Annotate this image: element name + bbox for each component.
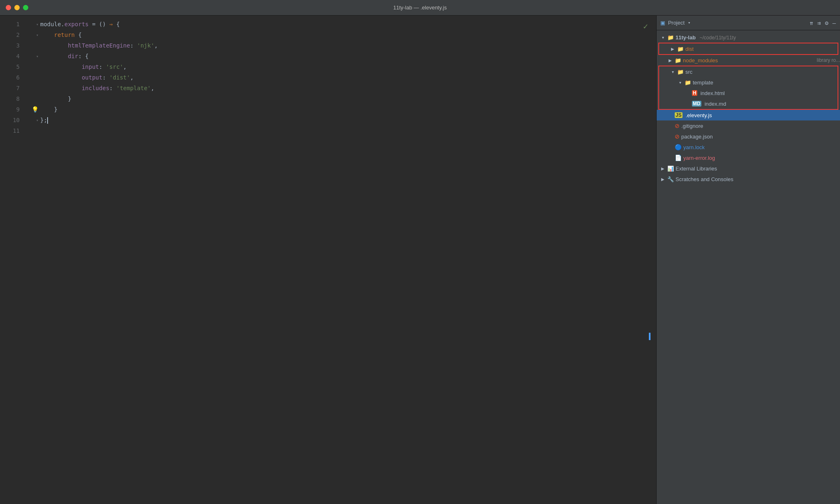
close-button[interactable] xyxy=(6,5,11,10)
code-line-10: ▾ }; xyxy=(28,115,656,125)
yarn-error-label: yarn-error.log xyxy=(683,155,840,161)
template-folder-icon: 📁 xyxy=(685,79,691,86)
gutter-9: 💡 xyxy=(28,106,40,113)
red-box-dist: ▶ 📁 dist xyxy=(658,43,838,55)
chevron-dist: ▶ xyxy=(670,47,676,51)
fold-icon-10[interactable]: ▾ xyxy=(36,118,39,123)
maximize-button[interactable] xyxy=(23,5,28,10)
main-layout: 1 2 3 4 5 6 7 8 9 10 11 ✓ xyxy=(0,16,840,504)
code-line-2: ▾ ····return { xyxy=(28,30,656,40)
html-file-icon: H xyxy=(692,90,697,96)
chevron-ext: ▶ xyxy=(660,166,666,171)
line-5-text: ············input: 'src', xyxy=(40,61,656,72)
line-num-9: 9 xyxy=(0,104,20,115)
code-line-7: ············includes: 'template', xyxy=(28,83,656,93)
settings-gear-icon[interactable]: ⚙ xyxy=(825,20,828,26)
tree-item-src[interactable]: ▾ 📁 src xyxy=(659,66,838,77)
tree-item-eleventy[interactable]: ▶ JS .eleventy.js xyxy=(657,110,840,120)
gitignore-label: .gitignore xyxy=(681,123,840,129)
tree-item-yarn-lock[interactable]: ▶ 🔵 yarn.lock xyxy=(657,142,840,152)
tree-item-scratches[interactable]: ▶ 🔧 Scratches and Consoles xyxy=(657,174,840,184)
chevron-root: ▾ xyxy=(660,35,666,40)
tree-item-node-modules[interactable]: ▶ 📁 node_modules library ro... xyxy=(657,55,840,66)
chevron-src: ▾ xyxy=(670,70,676,74)
gutter-4: ▾ xyxy=(28,54,40,59)
index-html-label: index.html xyxy=(701,90,838,96)
project-dropdown-chevron[interactable]: ▾ xyxy=(688,20,691,25)
nm-folder-icon: 📁 xyxy=(675,57,681,64)
line-8-text: ········} xyxy=(40,93,656,104)
yarn-lock-label: yarn.lock xyxy=(683,144,840,150)
js-file-icon: JS xyxy=(675,112,682,118)
line-num-2: 2 xyxy=(0,30,20,40)
tree-item-yarn-error[interactable]: ▶ 📄 yarn-error.log xyxy=(657,152,840,163)
gutter-1: ▾ xyxy=(28,22,40,27)
root-label: 11ty-lab ~/code/11ty/11ty xyxy=(676,34,840,41)
index-md-label: index.md xyxy=(705,101,838,107)
nm-label: node_modules xyxy=(683,57,813,64)
code-line-9: 💡 ····} xyxy=(28,104,656,115)
fold-icon-1[interactable]: ▾ xyxy=(36,22,39,27)
tree-item-gitignore[interactable]: ▶ ⊘ .gitignore xyxy=(657,120,840,131)
line-num-4: 4 xyxy=(0,51,20,61)
line-6-text: ············output: 'dist', xyxy=(40,72,656,83)
line-num-6: 6 xyxy=(0,72,20,83)
line-num-11: 11 xyxy=(0,125,20,136)
root-name: 11ty-lab xyxy=(676,34,696,41)
code-editor: 1 2 3 4 5 6 7 8 9 10 11 ✓ xyxy=(0,16,656,504)
line-num-1: 1 xyxy=(0,19,20,30)
root-folder-icon: 📁 xyxy=(667,34,674,41)
code-area: 1 2 3 4 5 6 7 8 9 10 11 ✓ xyxy=(0,16,656,504)
hide-icon[interactable]: — xyxy=(833,20,836,26)
line-num-3: 3 xyxy=(0,40,20,51)
code-line-11 xyxy=(28,125,656,136)
code-line-4: ▾ ········dir: { xyxy=(28,51,656,61)
bulb-icon[interactable]: 💡 xyxy=(32,106,39,113)
line-num-7: 7 xyxy=(0,83,20,93)
line-numbers: 1 2 3 4 5 6 7 8 9 10 11 xyxy=(0,16,25,504)
collapse-all-icon[interactable]: ⇈ xyxy=(810,20,813,26)
gutter-2: ▾ xyxy=(28,33,40,37)
yarn-file-icon: 🔵 xyxy=(675,144,682,150)
line-10-text: }; xyxy=(40,115,656,125)
root-path: ~/code/11ty/11ty xyxy=(700,35,736,41)
tree-item-package-json[interactable]: ▶ ⊘ package.json xyxy=(657,131,840,142)
code-line-6: ············output: 'dist', xyxy=(28,72,656,83)
chevron-template: ▾ xyxy=(677,80,683,85)
line-11-text xyxy=(40,125,656,136)
ext-libs-label: External Libraries xyxy=(676,166,840,172)
expand-all-icon[interactable]: ⇉ xyxy=(817,20,821,26)
folder-view-icon: ▣ xyxy=(661,19,665,27)
code-line-8: ········} xyxy=(28,93,656,104)
nm-subtitle: library ro... xyxy=(817,57,840,63)
window-title: 11ty-lab — .eleventy.js xyxy=(393,5,447,11)
md-file-icon: MD xyxy=(692,101,701,107)
tree-item-external-libs[interactable]: ▶ 📊 External Libraries xyxy=(657,163,840,174)
scratches-icon: 🔧 xyxy=(667,176,674,182)
dist-folder-icon: 📁 xyxy=(677,46,684,52)
line-num-5: 5 xyxy=(0,61,20,72)
line-num-10: 10 xyxy=(0,115,20,125)
log-file-icon: 📄 xyxy=(675,154,682,161)
project-sidebar: ▣ Project ▾ ⇈ ⇉ ⚙ — ▾ 📁 11ty-lab ~/code/… xyxy=(656,16,840,504)
line-9-text: ····} xyxy=(40,104,656,115)
code-text-area[interactable]: ✓ ▾ module.exports = () ⇒ { ▾ ····return… xyxy=(25,16,656,504)
line-num-8: 8 xyxy=(0,93,20,104)
code-line-1: ▾ module.exports = () ⇒ { xyxy=(28,19,656,30)
sidebar-tree: ▾ 📁 11ty-lab ~/code/11ty/11ty ▶ 📁 dist ▶… xyxy=(657,30,840,504)
line-4-text: ········dir: { xyxy=(40,51,656,61)
git-file-icon: ⊘ xyxy=(675,123,680,129)
minimize-button[interactable] xyxy=(14,5,20,10)
package-json-label: package.json xyxy=(681,134,840,140)
chevron-nm: ▶ xyxy=(667,58,673,63)
tree-item-template[interactable]: ▾ 📁 template xyxy=(659,77,838,88)
ext-libs-icon: 📊 xyxy=(667,166,674,172)
fold-icon-2[interactable]: ▾ xyxy=(36,33,39,37)
tree-item-index-md[interactable]: ▶ MD index.md xyxy=(659,98,838,109)
tree-item-dist[interactable]: ▶ 📁 dist xyxy=(659,43,838,54)
code-line-5: ············input: 'src', xyxy=(28,61,656,72)
fold-icon-4[interactable]: ▾ xyxy=(36,54,39,59)
line-3-text: ········htmlTemplateEngine: 'njk', xyxy=(40,40,656,51)
tree-item-root[interactable]: ▾ 📁 11ty-lab ~/code/11ty/11ty xyxy=(657,32,840,43)
tree-item-index-html[interactable]: ▶ H index.html xyxy=(659,88,838,98)
